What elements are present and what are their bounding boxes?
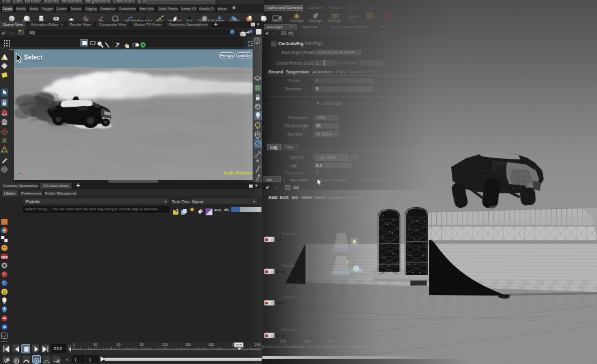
svg-text:180: 180 <box>209 343 214 346</box>
svg-text:1: 1 <box>73 343 75 346</box>
svg-text:30: 30 <box>94 343 97 346</box>
svg-text:K: K <box>15 359 18 363</box>
svg-text:120: 120 <box>162 343 168 346</box>
svg-text:240: 240 <box>255 343 260 346</box>
svg-text:VDB: VDB <box>1 255 8 259</box>
svg-text:60: 60 <box>117 343 121 346</box>
svg-text:150: 150 <box>185 343 191 346</box>
svg-text:90: 90 <box>140 343 143 346</box>
